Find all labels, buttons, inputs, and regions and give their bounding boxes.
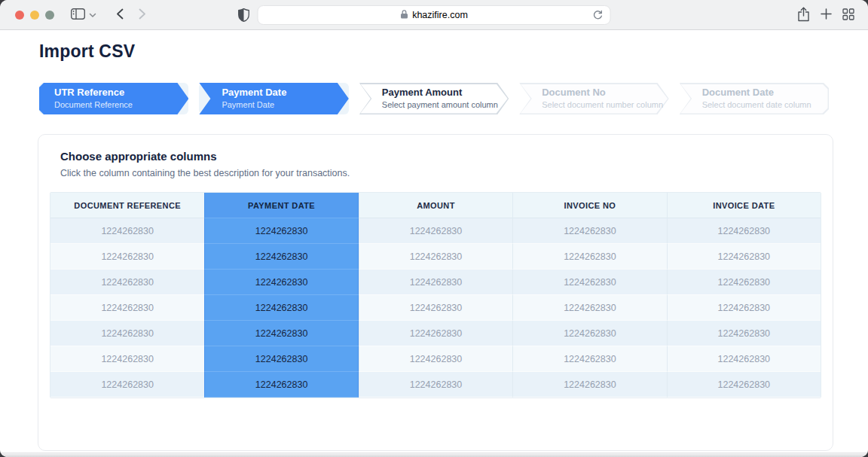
table-cell-r4-invoice-no[interactable]: 1224262830	[512, 295, 666, 321]
chevron-down-icon	[89, 9, 96, 20]
table-cell-r4-document-reference[interactable]: 1224262830	[50, 295, 204, 321]
step-subtitle: Select document date column	[702, 99, 829, 110]
table-cell-r5-invoice-no[interactable]: 1224262830	[512, 321, 666, 346]
lock-icon	[400, 8, 408, 22]
zoom-window-button[interactable]	[45, 11, 54, 20]
sidebar-menu-button[interactable]	[89, 9, 96, 20]
column-header-amount[interactable]: AMOUNT	[359, 193, 512, 218]
browser-window: khazifire.com	[0, 0, 868, 457]
choose-columns-card: Choose appropriate columns Click the col…	[38, 134, 833, 451]
table-cell-r4-invoice-date[interactable]: 1224262830	[667, 295, 821, 321]
forward-button[interactable]	[139, 8, 146, 22]
table-cell-r5-payment-date[interactable]: 1224262830	[204, 321, 358, 346]
table-cell-r1-document-reference[interactable]: 1224262830	[50, 218, 204, 244]
minimize-window-button[interactable]	[30, 11, 39, 20]
back-button[interactable]	[116, 8, 124, 22]
column-header-invoice-date[interactable]: INVOICE DATE	[667, 193, 821, 218]
table-cell-r4-payment-date[interactable]: 1224262830	[204, 295, 358, 321]
reload-icon	[593, 10, 604, 23]
table-cell-r2-payment-date[interactable]: 1224262830	[204, 244, 358, 270]
window-bottom-edge	[0, 452, 868, 457]
table-cell-r7-invoice-no[interactable]: 1224262830	[512, 372, 666, 398]
column-header-invoice-no[interactable]: INVOICE NO	[512, 193, 666, 218]
plus-icon	[821, 8, 832, 22]
address-url: khazifire.com	[412, 10, 468, 20]
shield-icon	[238, 8, 249, 24]
table-cell-r3-payment-date[interactable]: 1224262830	[204, 270, 358, 295]
table-cell-r3-invoice-no[interactable]: 1224262830	[512, 270, 666, 295]
step-title: Payment Amount	[382, 87, 509, 99]
card-heading: Choose appropriate columns	[60, 150, 821, 163]
table-cell-r7-document-reference[interactable]: 1224262830	[50, 372, 204, 398]
table-cell-r5-amount[interactable]: 1224262830	[359, 321, 512, 346]
table-cell-r6-amount[interactable]: 1224262830	[359, 346, 512, 372]
table-cell-r2-invoice-date[interactable]: 1224262830	[667, 244, 821, 270]
table-cell-r2-amount[interactable]: 1224262830	[359, 244, 512, 270]
address-bar[interactable]: khazifire.com	[258, 5, 611, 25]
table-cell-r1-amount[interactable]: 1224262830	[359, 218, 512, 244]
table-cell-r5-document-reference[interactable]: 1224262830	[50, 321, 204, 346]
grid-icon	[842, 8, 854, 23]
table-cell-r1-invoice-no[interactable]: 1224262830	[512, 218, 666, 244]
table-cell-r4-amount[interactable]: 1224262830	[359, 295, 512, 321]
table-cell-r5-invoice-date[interactable]: 1224262830	[667, 321, 821, 346]
page-content: Import CSV UTR Reference Document Refere…	[0, 41, 868, 457]
table-cell-r6-invoice-date[interactable]: 1224262830	[667, 346, 821, 372]
close-window-button[interactable]	[15, 11, 24, 20]
step-payment-amount[interactable]: Payment Amount Select payment amount col…	[359, 83, 509, 114]
table-cell-r7-payment-date[interactable]: 1224262830	[204, 372, 358, 398]
share-button[interactable]	[797, 7, 810, 24]
table-cell-r1-invoice-date[interactable]: 1224262830	[667, 218, 821, 244]
step-document-no: Document No Select document number colum…	[519, 83, 668, 114]
table-cell-r3-document-reference[interactable]: 1224262830	[50, 270, 204, 295]
table-cell-r6-document-reference[interactable]: 1224262830	[50, 346, 204, 372]
step-title: UTR Reference	[54, 87, 188, 99]
back-chevron-icon	[116, 8, 124, 22]
forward-chevron-icon	[139, 8, 146, 22]
column-header-document-reference[interactable]: DOCUMENT REFERENCE	[50, 193, 204, 218]
page-title: Import CSV	[39, 41, 868, 62]
step-title: Payment Date	[222, 87, 348, 99]
step-subtitle: Select document number column	[542, 99, 668, 110]
step-payment-date[interactable]: Payment Date Payment Date	[199, 83, 348, 114]
step-document-date: Document Date Select document date colum…	[680, 83, 829, 114]
step-subtitle: Select payment amount column	[382, 99, 509, 110]
step-title: Document Date	[702, 87, 829, 99]
step-subtitle: Document Reference	[54, 99, 188, 110]
table-cell-r7-invoice-date[interactable]: 1224262830	[667, 372, 821, 398]
step-title: Document No	[542, 87, 668, 99]
step-utr-reference[interactable]: UTR Reference Document Reference	[39, 83, 188, 114]
new-tab-button[interactable]	[821, 8, 832, 22]
table-cell-r1-payment-date[interactable]: 1224262830	[204, 218, 358, 244]
column-header-payment-date[interactable]: PAYMENT DATE	[204, 193, 358, 218]
table-cell-r7-amount[interactable]: 1224262830	[359, 372, 512, 398]
window-controls	[15, 11, 54, 20]
import-stepper: UTR Reference Document Reference Payment…	[39, 83, 829, 114]
tab-overview-button[interactable]	[842, 8, 854, 23]
table-cell-r6-invoice-no[interactable]: 1224262830	[512, 346, 666, 372]
columns-table: DOCUMENT REFERENCEPAYMENT DATEAMOUNTINVO…	[50, 192, 821, 398]
table-cell-r2-document-reference[interactable]: 1224262830	[50, 244, 204, 270]
sidebar-toggle-button[interactable]	[71, 8, 85, 22]
browser-toolbar: khazifire.com	[0, 0, 868, 30]
table-cell-r3-amount[interactable]: 1224262830	[359, 270, 512, 295]
privacy-shield-button[interactable]	[238, 8, 249, 24]
card-subheading: Click the column containing the best des…	[60, 168, 821, 178]
table-cell-r2-invoice-no[interactable]: 1224262830	[512, 244, 666, 270]
sidebar-icon	[71, 8, 85, 22]
table-cell-r3-invoice-date[interactable]: 1224262830	[667, 270, 821, 295]
reload-button[interactable]	[593, 10, 604, 23]
step-subtitle: Payment Date	[222, 99, 348, 110]
table-cell-r6-payment-date[interactable]: 1224262830	[204, 346, 358, 372]
share-icon	[797, 7, 810, 24]
